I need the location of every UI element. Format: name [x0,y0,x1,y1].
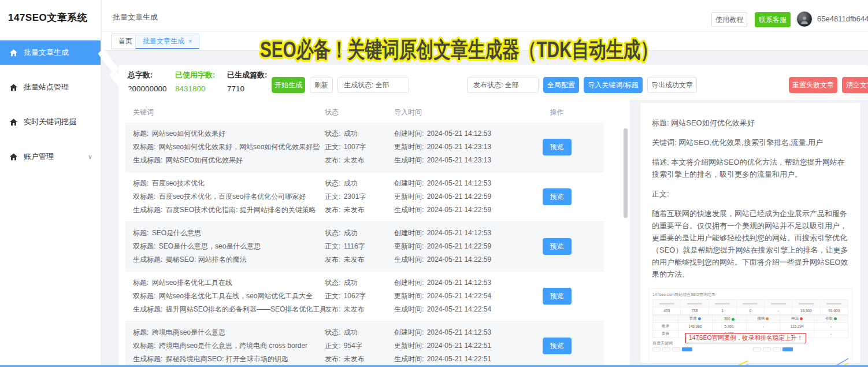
words-value: 954字 [344,342,362,350]
table-row[interactable]: 标题: 跨境电商seo是什么意思 双标题: 跨境电商seo是什么意思，跨境电商 … [125,321,604,367]
sidebar-item-account[interactable]: 账户管理 ∨ [0,144,101,169]
preview-button[interactable]: 预览 [543,139,572,155]
cell-status: 状态: 成功 正文: 2301字 发布: 未发布 [325,177,394,217]
user-id-text: 65e4811dfb644f6 [817,14,868,23]
cell-action: 预览 [517,276,596,316]
title-label: 标题: [133,229,151,237]
generated-time-value: 2024-05-21 14:22:54 [427,305,491,313]
cell-status: 状态: 成功 正文: 1116字 发布: 未发布 [325,227,394,266]
sidebar: 147SEO文章系统 批量文章生成 批量站点管理 实时关键词挖掘 账户管理 ∨ [0,0,101,367]
vertical-scrollbar[interactable] [624,128,628,218]
status-label: 状态: [325,328,343,336]
report-annotation: 147SEO官网案例，收录和排名稳定上升！ [685,333,806,343]
created-value: 2024-05-21 14:12:53 [427,179,491,187]
stat-used-words: 已使用字数: 8431800 [175,70,215,93]
clear-articles-button[interactable]: 清空文章 [842,77,868,93]
created-label: 创建时间: [394,328,426,336]
dual-title-label: 双标题: [133,143,158,151]
cell-times: 创建时间: 2024-05-21 14:12:53 更新时间: 2024-05-… [394,326,517,366]
created-label: 创建时间: [394,129,426,138]
export-success-button[interactable]: 导出成功文章 [647,77,697,93]
generated-title-label: 生成标题: [133,156,165,164]
home-icon [9,83,18,92]
cell-keyword: 标题: 网站seo排名优化工具在线 双标题: 网站seo排名优化工具在线，seo… [125,276,325,316]
global-config-button[interactable]: 全局配置 [543,77,579,93]
dual-title-value: 网站seo排名优化工具在线，seo网站优化工具大全 [159,292,313,300]
sidebar-item-site-manage[interactable]: 批量站点管理 [0,75,101,99]
col-action: 操作 [517,107,596,117]
words-value: 1116字 [344,242,365,250]
status-value: 成功 [344,328,358,336]
chevron-down-icon: ∨ [88,153,92,161]
publish-label: 发布: [325,355,343,363]
col-import-time: 导入时间 [394,107,517,117]
tutorial-button[interactable]: 使用教程 [711,12,747,27]
updated-value: 2024-05-21 14:22:51 [427,342,491,350]
import-keywords-button[interactable]: 导入关键词/标题 [584,77,643,93]
close-icon[interactable]: × [188,38,192,45]
cell-status: 状态: 成功 正文: 954字 发布: 未发布 [325,326,394,366]
table-row[interactable]: 标题: 网站seo如何优化效果好 双标题: 网站seo如何优化效果好，网站seo… [125,123,604,172]
user-avatar[interactable] [796,11,813,27]
status-value: 成功 [344,179,358,187]
reset-failed-button[interactable]: 重置失败文章 [789,77,837,93]
cell-times: 创建时间: 2024-05-21 14:12:53 更新时间: 2024-05-… [394,276,517,316]
trend-chart-left [652,347,748,367]
contact-support-button[interactable]: 联系客服 [755,12,791,27]
created-label: 创建时间: [394,179,426,187]
tab-bar: 首页 批量文章生成 × [102,32,868,51]
tab-batch-article[interactable]: 批量文章生成 × [135,34,199,49]
title-label: 标题: [133,328,151,336]
generated-time-label: 生成时间: [394,206,426,214]
generated-title-label: 生成标题: [133,255,165,264]
cell-action: 预览 [517,177,596,217]
table-row[interactable]: 标题: 百度seo技术优化 双标题: 百度seo技术优化，百度seo排名优化公司… [125,172,604,222]
words-label: 正文: [325,342,343,350]
generated-time-label: 生成时间: [394,255,426,264]
home-icon [9,118,18,127]
sidebar-item-label: 批量站点管理 [24,82,69,92]
table-row[interactable]: 标题: 网站seo排名优化工具在线 双标题: 网站seo排名优化工具在线，seo… [125,272,604,321]
stat-label: 已使用字数: [175,70,215,80]
cell-action: 预览 [517,326,596,366]
publish-value: 未发布 [344,355,365,363]
generated-title-value: 百度SEO技术优化指南: 提升网站排名的关键策略 [166,206,316,214]
generate-status-select[interactable]: 生成状态: 全部 [337,77,409,93]
preview-body-label: 正文: [652,188,849,200]
updated-value: 2024-05-21 14:22:59 [427,192,491,201]
preview-button[interactable]: 预览 [543,188,572,205]
status-label: 状态: [325,129,343,138]
generated-title-label: 生成标题: [133,355,165,363]
table-header: 关键词 状态 导入时间 操作 [118,100,630,123]
publish-label: 发布: [325,156,343,164]
generated-time-value: 2024-05-21 14:22:51 [427,355,491,363]
cell-keyword: 标题: 百度seo技术优化 双标题: 百度seo技术优化，百度seo排名优化公司… [125,177,325,217]
stat-total-words: 总字数: 200000000 [128,70,167,93]
sogou-icon [766,317,769,320]
created-value: 2024-05-21 14:12:53 [427,328,491,336]
trend-charts [652,347,848,367]
preview-button[interactable]: 预览 [543,338,572,354]
sidebar-item-label: 批量文章生成 [24,47,69,58]
start-generate-button[interactable]: 开始生成 [272,77,305,93]
words-value: 2301字 [344,192,366,201]
status-value: 成功 [344,229,358,237]
seo-report-title: 147seo.com网站综合SEO查询结果 [652,292,848,298]
status-value: 成功 [344,279,358,287]
sidebar-item-batch-article[interactable]: 批量文章生成 [0,40,101,65]
updated-value: 2024-05-21 14:23:13 [427,143,491,151]
preview-button[interactable]: 预览 [543,288,572,305]
generated-title-value: 探秘跨境电商SEO: 打开全球市场的钥匙 [166,355,288,363]
refresh-button[interactable]: 刷新 [310,77,333,93]
preview-button[interactable]: 预览 [543,238,572,255]
home-icon [9,49,18,57]
table-row[interactable]: 标题: SEO是什么意思 双标题: SEO是什么意思，seo是什么意思 生成标题… [125,222,604,272]
words-label: 正文: [325,292,343,300]
sidebar-item-keyword-mining[interactable]: 实时关键词挖掘 [0,110,101,134]
cell-keyword: 标题: 网站seo如何优化效果好 双标题: 网站seo如何优化效果好，网站seo… [125,127,325,167]
stat-label: 总字数: [128,70,167,80]
publish-value: 未发布 [344,255,365,264]
google-icon [834,317,837,320]
publish-status-select[interactable]: 发布状态: 全部 [467,77,539,93]
dual-title-label: 双标题: [133,242,158,250]
